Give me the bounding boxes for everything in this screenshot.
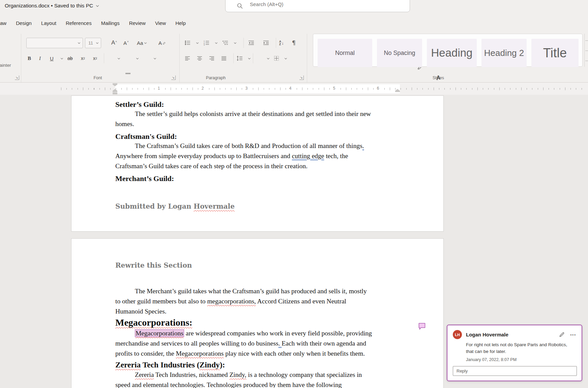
increase-indent-icon bbox=[263, 40, 269, 46]
divider bbox=[253, 53, 253, 63]
align-left-button[interactable] bbox=[185, 53, 190, 63]
horizontal-ruler[interactable]: 1 2 3 4 5 6 bbox=[0, 83, 588, 95]
comment-card[interactable]: LH Logan Hovermale ••• For right not let… bbox=[447, 325, 582, 381]
comment-indicator[interactable] bbox=[418, 323, 426, 331]
format-painter-button[interactable]: Painter bbox=[0, 60, 11, 70]
page-1[interactable]: Settler’s Guild: The settler’s guild hel… bbox=[71, 95, 444, 232]
font-dialog-launcher-icon[interactable]: ↘ bbox=[171, 76, 176, 80]
paragraph-dialog-launcher-icon[interactable]: ↘ bbox=[299, 76, 304, 80]
heading-merchant-guild[interactable]: Merchant’s Guild: bbox=[115, 174, 404, 183]
heading-craftsman-guild[interactable]: Craftsman's Guild: bbox=[115, 132, 404, 141]
line-spacing-button[interactable] bbox=[237, 53, 243, 63]
tab-layout[interactable]: Layout bbox=[36, 20, 61, 26]
tab-references[interactable]: References bbox=[61, 20, 96, 26]
paragraph-line[interactable]: merchandise and services to all peoples … bbox=[115, 338, 404, 349]
paragraph-line[interactable]: The Merchant’s guild takes what the Craf… bbox=[135, 286, 404, 296]
numbering-button[interactable]: 123 bbox=[204, 38, 209, 48]
paragraph-line[interactable]: Humanoid Species. bbox=[115, 306, 404, 317]
style-heading-1[interactable]: Heading bbox=[427, 39, 477, 67]
divider bbox=[104, 53, 104, 63]
edit-comment-icon[interactable] bbox=[559, 332, 565, 337]
more-options-icon[interactable]: ••• bbox=[570, 333, 576, 337]
paragraph-line[interactable]: Megacorporations are widespread companie… bbox=[135, 328, 404, 338]
chevron-down-icon[interactable] bbox=[96, 4, 99, 6]
paragraph-line[interactable]: Craftsman’s Guild takes care of each ste… bbox=[115, 161, 404, 171]
chevron-down-icon[interactable] bbox=[196, 41, 199, 44]
style-normal[interactable]: Normal bbox=[318, 39, 372, 67]
italic-button[interactable]: I bbox=[39, 53, 41, 63]
paragraph-line[interactable]: to other guild members but also to megac… bbox=[115, 296, 404, 306]
spellcheck-squiggle: Zereria bbox=[135, 371, 154, 378]
style-no-spacing[interactable]: No Spacing bbox=[377, 39, 422, 67]
multilevel-list-button[interactable] bbox=[223, 38, 228, 48]
style-heading-2[interactable]: Heading 2 bbox=[481, 39, 527, 67]
change-case-button[interactable]: Aa bbox=[137, 38, 146, 48]
line-spacing-icon bbox=[237, 56, 243, 61]
chevron-down-icon[interactable] bbox=[144, 41, 147, 43]
tab-design[interactable]: Design bbox=[11, 20, 36, 26]
document-title-text: Organizations.docx • Saved to this PC bbox=[5, 3, 93, 9]
heading-megacorporations[interactable]: Megacorporations: bbox=[115, 317, 404, 328]
paragraph-line[interactable]: The Craftsman’s Guild takes care of both… bbox=[135, 141, 404, 151]
submitted-by-line[interactable]: Submitted by Logan Hovermale bbox=[115, 202, 404, 211]
borders-icon bbox=[274, 56, 279, 61]
paragraph-line[interactable]: homes. bbox=[115, 119, 404, 129]
decrease-indent-button[interactable] bbox=[248, 38, 254, 48]
search-box[interactable]: Search (Alt+Q) bbox=[225, 0, 410, 12]
font-name-combobox[interactable] bbox=[26, 38, 83, 48]
heading-zereria[interactable]: Zereria Tech Industries (Zindy): bbox=[115, 360, 404, 370]
heading-settlers-guild[interactable]: Settler’s Guild: bbox=[115, 100, 404, 109]
left-indent-marker[interactable] bbox=[113, 92, 117, 94]
grow-font-button[interactable]: A˄ bbox=[111, 38, 117, 48]
strikethrough-button[interactable]: ab bbox=[67, 53, 73, 63]
subscript-button[interactable]: x2 bbox=[81, 53, 85, 63]
ribbon: Painter ↘ 11 A˄ A˅ Aa A B I U ab x2 x2 A… bbox=[0, 31, 588, 83]
reply-input[interactable] bbox=[453, 366, 577, 376]
divider bbox=[233, 53, 234, 63]
styles-gallery-scroll[interactable] bbox=[584, 34, 588, 67]
bullets-button[interactable] bbox=[185, 38, 190, 48]
sort-button[interactable]: AZ ↓ bbox=[279, 38, 284, 48]
tab-draw-partial[interactable]: aw bbox=[0, 20, 11, 26]
page-2[interactable]: Rewrite this Section The Merchant’s guil… bbox=[71, 238, 444, 388]
paragraph-line[interactable]: Zereria Tech Industries, nicknamed Zindy… bbox=[135, 370, 404, 380]
comment-bubble-icon bbox=[418, 323, 426, 330]
clear-formatting-button[interactable]: A bbox=[158, 38, 166, 48]
underline-button[interactable]: U bbox=[50, 53, 54, 63]
superscript-button[interactable]: x2 bbox=[93, 53, 97, 63]
chevron-down-icon[interactable] bbox=[234, 41, 236, 44]
paragraph-line[interactable]: speed and elemental technologies. Techno… bbox=[115, 380, 404, 388]
font-size-value: 11 bbox=[85, 40, 93, 46]
justify-button[interactable] bbox=[221, 53, 227, 63]
tab-mailings[interactable]: Mailings bbox=[96, 20, 124, 26]
style-title[interactable]: Title bbox=[531, 39, 579, 67]
increase-indent-button[interactable] bbox=[263, 38, 269, 48]
clipboard-dialog-launcher-icon[interactable]: ↘ bbox=[15, 76, 19, 80]
ruler-number: 5 bbox=[331, 86, 337, 91]
align-center-button[interactable] bbox=[197, 53, 202, 63]
comment-anchor-highlight[interactable]: Megacorporations bbox=[135, 329, 184, 337]
document-title[interactable]: Organizations.docx • Saved to this PC bbox=[5, 3, 98, 9]
align-right-icon bbox=[209, 56, 214, 61]
styles-gallery: Normal No Spacing Heading Heading 2 Titl… bbox=[313, 34, 583, 67]
chevron-down-icon[interactable] bbox=[78, 41, 80, 44]
tab-help[interactable]: Help bbox=[171, 20, 190, 26]
tab-review[interactable]: Review bbox=[124, 20, 150, 26]
chevron-down-icon[interactable] bbox=[61, 57, 63, 59]
font-size-combobox[interactable]: 11 bbox=[85, 38, 101, 48]
show-formatting-marks-button[interactable]: ¶ bbox=[292, 38, 296, 48]
bold-button[interactable]: B bbox=[28, 53, 31, 63]
chevron-down-icon[interactable] bbox=[215, 41, 217, 44]
align-right-button[interactable] bbox=[209, 53, 214, 63]
paragraph-line[interactable]: Anywhere from simple everyday products u… bbox=[115, 151, 404, 161]
tab-view[interactable]: View bbox=[150, 20, 171, 26]
word-window: Organizations.docx • Saved to this PC Se… bbox=[0, 0, 588, 388]
grammar-mark: . bbox=[278, 340, 282, 347]
chevron-down-icon[interactable] bbox=[96, 41, 98, 44]
ruler-number: 1 bbox=[156, 86, 161, 91]
borders-button[interactable] bbox=[274, 53, 279, 63]
paragraph-line[interactable]: The settler’s guild helps colonists arri… bbox=[135, 109, 404, 119]
heading-rewrite-section[interactable]: Rewrite this Section bbox=[115, 261, 404, 270]
paragraph-line[interactable]: profits to consider, the Megacorporation… bbox=[115, 349, 404, 359]
shrink-font-button[interactable]: A˅ bbox=[123, 38, 129, 48]
